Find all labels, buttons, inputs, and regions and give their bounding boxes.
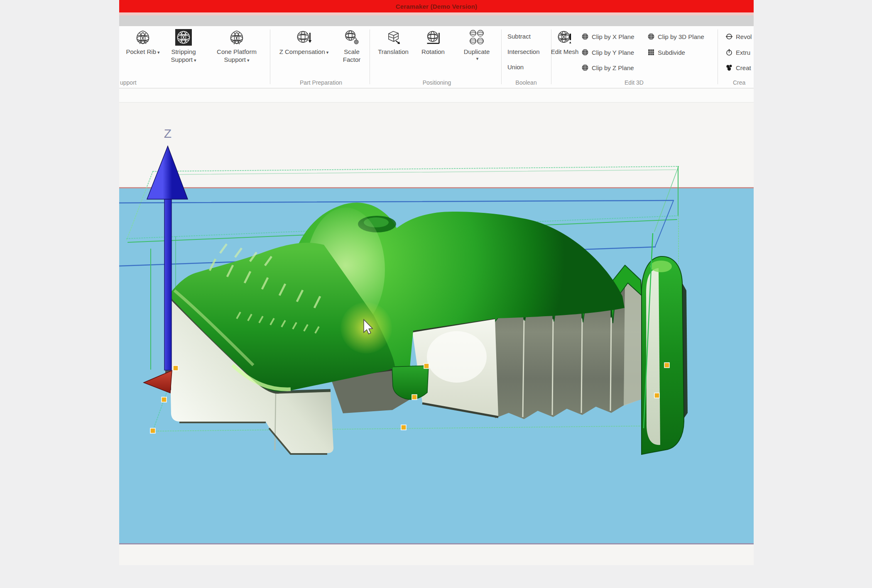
- create-icon: [725, 64, 733, 71]
- clip-z-icon: [581, 64, 589, 71]
- ribbon-tab-strip: [119, 15, 754, 26]
- button-label: Rotation: [421, 48, 445, 55]
- bellows-last-pleat: [624, 281, 642, 406]
- cone-platform-support-icon: [228, 29, 245, 46]
- white-slab-highlight: [427, 331, 487, 383]
- revolve-icon: [725, 33, 733, 40]
- stripping-support-button[interactable]: Stripping Support▾: [161, 29, 206, 64]
- button-label: Clip by X Plane: [592, 33, 634, 40]
- scene-3d[interactable]: Z: [119, 102, 754, 565]
- button-label: Clip by Y Plane: [592, 49, 634, 56]
- extrude-icon: [725, 49, 733, 56]
- subtract-button[interactable]: Subtract: [507, 33, 531, 40]
- button-label: Clip by 3D Plane: [658, 33, 704, 40]
- button-label: Extru: [736, 49, 750, 56]
- group-label-support: upport: [120, 79, 137, 86]
- window-title: Ceramaker (Demo Version): [396, 3, 478, 10]
- clip-x-icon: [581, 33, 589, 40]
- create-button[interactable]: Creat: [725, 62, 751, 73]
- group-label-boolean: Boolean: [495, 79, 557, 86]
- end-cap-face: [646, 268, 660, 445]
- edit-mesh-button[interactable]: Edit Mesh: [544, 29, 585, 56]
- end-cap-highlight: [650, 261, 672, 272]
- subdivide-button[interactable]: Subdivide: [647, 47, 685, 58]
- titlebar-accent-strip: [119, 12, 754, 15]
- button-label: Pocket Rib: [126, 48, 156, 55]
- button-label: Creat: [736, 64, 751, 71]
- group-label-part-preparation: Part Preparation: [284, 79, 358, 86]
- cone-platform-support-button[interactable]: Cone Platform Support▾: [208, 29, 266, 64]
- duplicate-icon: [468, 29, 485, 46]
- z-axis-label: Z: [164, 127, 171, 140]
- pocket-rib-button[interactable]: Pocket Rib▾: [124, 29, 162, 56]
- clip-by-y-plane-button[interactable]: Clip by Y Plane: [581, 47, 634, 58]
- intersection-button[interactable]: Intersection: [507, 48, 540, 55]
- dropdown-caret: ▾: [247, 58, 250, 63]
- translation-button[interactable]: Translation: [370, 29, 416, 56]
- screen: { "window": { "title": "Ceramaker (Demo …: [0, 0, 872, 588]
- group-label-creation: Crea: [733, 79, 745, 86]
- button-label: Duplicate: [464, 48, 490, 55]
- extrude-button[interactable]: Extru: [725, 47, 750, 58]
- subdivide-icon: [647, 49, 655, 56]
- revolve-button[interactable]: Revol: [725, 31, 752, 42]
- ribbon-separator: [718, 29, 718, 84]
- dropdown-caret: ▾: [459, 56, 496, 62]
- button-label: Scale Factor: [343, 48, 361, 63]
- viewport-3d[interactable]: Z: [119, 102, 754, 565]
- ribbon-lower-strip: [119, 88, 754, 102]
- dropdown-caret: ▾: [157, 50, 160, 55]
- titlebar: Ceramaker (Demo Version): [119, 0, 754, 13]
- clip-by-3d-plane-button[interactable]: Clip by 3D Plane: [647, 31, 704, 42]
- scale-factor-button[interactable]: Scale Factor: [335, 29, 368, 64]
- transform-handle[interactable]: [424, 364, 429, 368]
- transform-handle[interactable]: [412, 395, 417, 400]
- clip-y-icon: [581, 49, 589, 56]
- duplicate-button[interactable]: Duplicate ▾: [458, 29, 496, 62]
- transform-handle[interactable]: [664, 363, 669, 368]
- rotation-button[interactable]: Rotation: [414, 29, 452, 56]
- transform-handle[interactable]: [654, 393, 659, 398]
- transform-handle[interactable]: [162, 397, 167, 402]
- z-compensation-button[interactable]: Z Compensation▾: [275, 29, 333, 56]
- button-label: Clip by Z Plane: [592, 64, 634, 71]
- button-label: Revol: [736, 33, 752, 40]
- button-label: Cone Platform Support: [217, 48, 257, 63]
- clip-by-x-plane-button[interactable]: Clip by X Plane: [581, 31, 634, 42]
- transform-handle[interactable]: [401, 425, 406, 430]
- button-label: Edit Mesh: [551, 48, 579, 55]
- ribbon-separator: [270, 29, 270, 84]
- ribbon-separator: [501, 29, 502, 84]
- rotation-icon: [425, 29, 441, 46]
- button-label: Translation: [378, 48, 409, 55]
- scale-factor-icon: [343, 29, 360, 46]
- clip-3d-icon: [647, 33, 655, 40]
- z-compensation-icon: [296, 29, 312, 46]
- dropdown-caret: ▾: [194, 58, 196, 63]
- ribbon: Pocket Rib▾ Stripping Support▾ Co: [119, 26, 754, 88]
- transform-handle[interactable]: [173, 366, 178, 371]
- button-label: Subdivide: [658, 49, 685, 56]
- stripping-support-icon: [175, 29, 192, 46]
- transform-handle[interactable]: [150, 428, 155, 433]
- foot-cylinder: [392, 366, 429, 400]
- pocket-rib-icon: [135, 29, 151, 46]
- translation-icon: [385, 29, 402, 46]
- app-window: Ceramaker (Demo Version) Pocket Rib▾: [119, 0, 754, 565]
- edit-mesh-icon: [556, 29, 573, 46]
- button-label: Z Compensation: [279, 48, 325, 55]
- group-label-edit-3d: Edit 3D: [593, 79, 676, 86]
- ribbon-separator: [370, 29, 370, 84]
- union-button[interactable]: Union: [507, 63, 524, 71]
- button-label: Stripping Support: [171, 48, 196, 63]
- group-label-positioning: Positioning: [395, 79, 478, 86]
- clip-by-z-plane-button[interactable]: Clip by Z Plane: [581, 62, 634, 73]
- dropdown-caret: ▾: [326, 50, 329, 55]
